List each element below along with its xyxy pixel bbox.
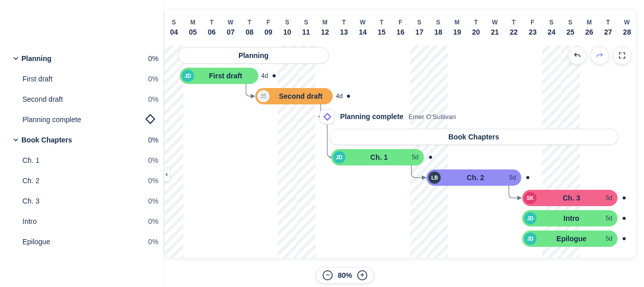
task-row-epilogue[interactable]: Epilogue 0% <box>0 232 164 252</box>
task-bar[interactable]: LBCh. 25d <box>426 169 521 186</box>
summary-bar[interactable]: Planning <box>178 47 329 64</box>
task-status-dot <box>347 95 350 98</box>
milestone[interactable]: Planning completeEmer O'Sullivan <box>319 108 455 125</box>
timeline-day: M05 <box>183 10 202 45</box>
milestone-icon <box>142 116 158 124</box>
task-name: Intro <box>541 214 603 222</box>
task-status-dot <box>526 176 529 179</box>
assignee-avatar: JD <box>524 212 536 224</box>
task-bar[interactable]: JDEpilogue5d <box>522 231 618 247</box>
timeline-header: S04M05T06W07T08F09S10S11M12T13W14T15F16S… <box>165 10 636 45</box>
timeline-day: S11 <box>297 10 315 45</box>
task-list-sidebar: Planning 0% First draft 0% Second draft … <box>0 0 164 287</box>
group-label: Planning <box>21 54 142 63</box>
timeline-day: M12 <box>315 10 334 45</box>
timeline-day: W28 <box>618 10 636 45</box>
task-duration: 4d <box>336 88 342 104</box>
task-bar[interactable]: SKCh. 35d <box>522 190 618 206</box>
task-row-intro[interactable]: Intro 0% <box>0 211 164 232</box>
timeline-day: T27 <box>599 10 618 45</box>
task-row-ch1[interactable]: Ch. 1 0% <box>0 150 164 170</box>
task-row-ch2[interactable]: Ch. 2 0% <box>0 170 164 191</box>
timeline-day: F16 <box>391 10 410 45</box>
task-status-dot <box>623 237 626 240</box>
task-name: First draft <box>198 72 253 80</box>
timeline-day: T22 <box>504 10 523 45</box>
milestone-assignee: Emer O'Sullivan <box>409 113 456 121</box>
zoom-control: − 80% + <box>316 267 374 283</box>
task-bar[interactable]: Second draft <box>255 88 333 104</box>
zoom-in-button[interactable]: + <box>357 270 367 280</box>
gantt-chart[interactable]: S04M05T06W07T08F09S10S11M12T13W14T15F16S… <box>164 9 637 259</box>
task-row-first-draft[interactable]: First draft 0% <box>0 69 164 89</box>
zoom-out-button[interactable]: − <box>323 270 333 280</box>
task-name: Epilogue <box>541 235 603 243</box>
task-row-ch3[interactable]: Ch. 3 0% <box>0 191 164 211</box>
group-label: Book Chapters <box>21 136 142 144</box>
svg-point-1 <box>264 94 266 96</box>
redo-button[interactable] <box>591 46 609 65</box>
timeline-day: S18 <box>429 10 448 45</box>
task-status-dot <box>429 156 432 159</box>
fullscreen-button[interactable] <box>613 46 631 65</box>
task-row-second-draft[interactable]: Second draft 0% <box>0 89 164 109</box>
timeline-day: T13 <box>334 10 353 45</box>
task-duration: 5d <box>606 235 612 242</box>
assignee-avatar: SK <box>524 192 536 204</box>
group-planning[interactable]: Planning 0% <box>0 48 164 69</box>
timeline-day: T08 <box>240 10 259 45</box>
timeline-day: S24 <box>542 10 561 45</box>
task-name: Second draft <box>274 92 328 100</box>
task-duration: 5d <box>606 215 612 222</box>
chevron-down-icon <box>12 55 21 62</box>
chart-toolbar <box>568 46 631 65</box>
group-book-chapters[interactable]: Book Chapters 0% <box>0 130 164 150</box>
group-progress: 0% <box>142 136 158 144</box>
task-bar[interactable]: JDIntro5d <box>522 210 618 226</box>
task-bar[interactable]: JDCh. 15d <box>331 149 424 165</box>
chevron-down-icon <box>12 136 21 144</box>
timeline-day: S25 <box>561 10 580 45</box>
timeline-day: M19 <box>448 10 467 45</box>
timeline-day: S04 <box>165 10 183 45</box>
undo-button[interactable] <box>568 46 586 65</box>
task-bar[interactable]: JDFirst draft <box>180 68 258 84</box>
timeline-day: M26 <box>580 10 599 45</box>
timeline-day: S17 <box>410 10 429 45</box>
collapse-sidebar-handle[interactable] <box>164 167 170 182</box>
timeline-day: S10 <box>278 10 297 45</box>
assignee-avatar <box>257 90 270 102</box>
timeline-day: W21 <box>486 10 504 45</box>
timeline-day: T15 <box>372 10 391 45</box>
assignee-avatar: JD <box>182 70 194 82</box>
timeline-day: F09 <box>259 10 278 45</box>
milestone-icon <box>319 109 335 124</box>
task-status-dot <box>623 217 626 220</box>
assignee-avatar: LB <box>428 171 441 184</box>
timeline-day: W07 <box>221 10 240 45</box>
task-duration: 5d <box>606 194 612 202</box>
milestone-label: Planning complete <box>340 112 403 121</box>
timeline-day: W14 <box>353 10 372 45</box>
zoom-level: 80% <box>338 271 352 279</box>
task-status-dot <box>273 74 276 77</box>
assignee-avatar: JD <box>333 151 345 163</box>
task-duration: 5d <box>412 154 418 161</box>
task-name: Ch. 2 <box>445 174 506 182</box>
summary-bar[interactable]: Book Chapters <box>329 129 619 145</box>
timeline-day: T06 <box>202 10 221 45</box>
svg-point-0 <box>262 94 264 96</box>
task-name: Ch. 1 <box>350 153 409 161</box>
group-progress: 0% <box>142 54 158 63</box>
assignee-avatar: JD <box>524 233 536 245</box>
task-duration: 5d <box>509 174 516 181</box>
timeline-day: T20 <box>467 10 486 45</box>
task-row-planning-complete[interactable]: Planning complete <box>0 109 164 130</box>
task-duration: 4d <box>261 68 268 84</box>
task-name: Ch. 3 <box>541 194 603 202</box>
task-status-dot <box>623 196 626 199</box>
timeline-day: F23 <box>523 10 542 45</box>
